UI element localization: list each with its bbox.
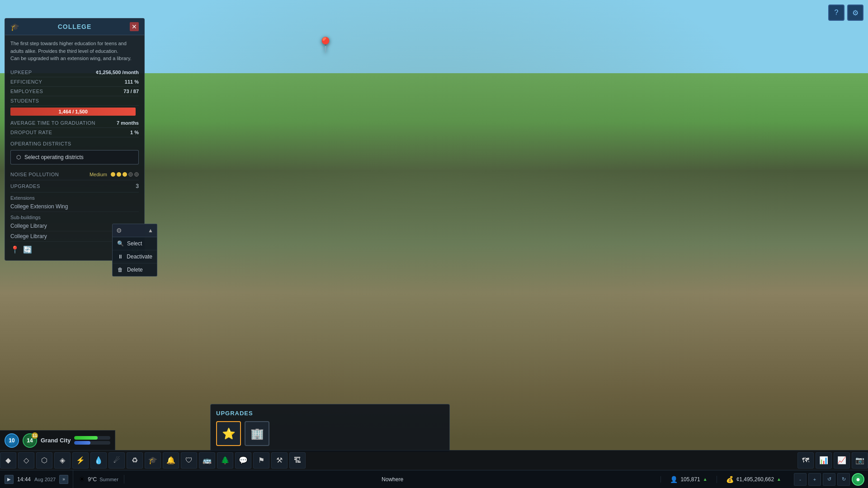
- tool-flag[interactable]: ⚑: [253, 452, 269, 469]
- weather-icon: ☀: [79, 475, 85, 483]
- employees-row: EMPLOYEES 73 / 87: [10, 87, 139, 96]
- tool-zoning-overlay[interactable]: 📈: [834, 452, 850, 469]
- context-menu-header: ⚙ ▲: [113, 224, 157, 237]
- money-trend-icon: ▲: [777, 477, 781, 482]
- badge-level2: 14 11: [23, 433, 37, 448]
- zoom-in-button[interactable]: +: [808, 473, 821, 486]
- tool-notifications[interactable]: 🔔: [163, 452, 179, 469]
- students-bar-container: 1,464 / 1,500: [10, 108, 139, 116]
- students-row: STUDENTS: [10, 96, 139, 106]
- weather-section: ☀ 9°C Summer: [73, 475, 124, 483]
- upgrades-header: UPGRADES 3: [10, 180, 139, 192]
- xp-bars: [74, 436, 110, 445]
- location-display: Nowhere: [382, 476, 403, 483]
- panel-building-icon: 🎓: [10, 23, 19, 31]
- xp-fill-green: [74, 436, 98, 440]
- graduation-time-row: AVERAGE TIME TO GRADUATION 7 months: [10, 118, 139, 128]
- tool-electricity[interactable]: ⚡: [72, 452, 89, 469]
- delete-icon: 🗑: [117, 267, 123, 273]
- description-text: The first step towards higher education …: [10, 40, 139, 62]
- xp-bar-2: [74, 441, 110, 445]
- upkeep-row: UPKEEP ¢1,256,500 /month: [10, 68, 139, 77]
- date-display: Aug 2027: [34, 477, 56, 482]
- tool-water[interactable]: 💧: [90, 452, 107, 469]
- top-right-controls: ? ⚙: [828, 5, 863, 21]
- tool-transit[interactable]: 🚌: [199, 452, 215, 469]
- tool-disaster[interactable]: ☄: [108, 452, 125, 469]
- chevron-up-icon: ▲: [148, 227, 153, 234]
- population-display: 105,871: [680, 476, 700, 483]
- context-select[interactable]: 🔍 Select: [113, 237, 157, 250]
- context-deactivate[interactable]: ⏸ Deactivate: [113, 250, 157, 263]
- time-controls-section: ▶ 14:44 Aug 2027 »: [0, 470, 73, 488]
- toolbar: ◆ ◇ ⬡ ◈ ⚡ 💧 ☄ ♻ 🎓 🔔 🛡 🚌 🌲 💬 ⚑ ⚒ 🏗 🗺 📊 📈 …: [0, 450, 868, 470]
- person-icon: 👤: [670, 476, 678, 483]
- rotate-left-button[interactable]: ↺: [823, 473, 835, 486]
- efficiency-row: EFFICIENCY 111 %: [10, 77, 139, 87]
- tool-stats[interactable]: 📊: [816, 452, 832, 469]
- noise-dot-5: [134, 172, 139, 177]
- upgrade-icon-star[interactable]: ⭐: [216, 421, 241, 446]
- upgrade-icon-building[interactable]: 🏢: [245, 421, 269, 446]
- noise-dot-3: [123, 172, 127, 177]
- money-display: ¢1,495,260,662: [736, 476, 774, 483]
- close-button[interactable]: ✕: [130, 22, 139, 31]
- tool-zones[interactable]: ◆: [0, 452, 16, 469]
- panel-header: 🎓 COLLEGE ✕: [5, 19, 144, 35]
- deactivate-icon: ⏸: [117, 253, 123, 260]
- bottom-bar: ▶ 14:44 Aug 2027 » ☀ 9°C Summer Nowhere …: [0, 470, 868, 488]
- location-section: Nowhere: [124, 476, 661, 483]
- operating-districts-header: OPERATING DISTRICTS: [10, 137, 139, 148]
- tool-garbage[interactable]: ♻: [127, 452, 143, 469]
- tool-districts[interactable]: ⬡: [36, 452, 52, 469]
- noise-dot-4: [128, 172, 133, 177]
- tool-parks[interactable]: 🌲: [217, 452, 233, 469]
- panel-title: COLLEGE: [19, 23, 130, 30]
- upgrades-panel-title: UPGRADES: [216, 410, 444, 417]
- xp-fill-blue: [74, 441, 90, 445]
- tool-education[interactable]: 🎓: [145, 452, 161, 469]
- tool-areas[interactable]: ◈: [54, 452, 71, 469]
- fast-forward-button[interactable]: »: [59, 475, 68, 484]
- time-display: 14:44: [17, 476, 31, 483]
- sub-buildings-label: Sub-buildings: [10, 212, 139, 221]
- map-pin: 📍: [316, 36, 335, 53]
- tool-camera[interactable]: 📷: [852, 452, 868, 469]
- help-button[interactable]: ?: [828, 5, 844, 21]
- xp-bar-1: [74, 436, 110, 440]
- context-menu: ⚙ ▲ 🔍 Select ⏸ Deactivate 🗑 Delete: [112, 224, 157, 277]
- play-button[interactable]: ▶: [5, 475, 14, 484]
- city-info-bar: 10 14 11 Grand City: [0, 430, 115, 450]
- tool-roads[interactable]: ◇: [18, 452, 34, 469]
- city-name: Grand City: [41, 437, 71, 444]
- temperature-display: 9°C: [88, 476, 97, 483]
- noise-dots: [111, 172, 139, 177]
- settings-button[interactable]: ⚙: [847, 5, 863, 21]
- tool-social[interactable]: 💬: [235, 452, 251, 469]
- population-trend-icon: ▲: [703, 477, 708, 482]
- tool-build[interactable]: ⚒: [271, 452, 288, 469]
- activity-indicator: ●: [852, 473, 864, 486]
- context-delete[interactable]: 🗑 Delete: [113, 263, 157, 276]
- rotate-right-button[interactable]: ↻: [837, 473, 850, 486]
- season-display: Summer: [99, 477, 118, 482]
- dropout-row: DROPOUT RATE 1 %: [10, 128, 139, 137]
- upgrades-panel: UPGRADES ⭐ 🏢: [210, 404, 450, 452]
- gear-icon: ⚙: [116, 227, 122, 234]
- college-extension-wing: College Extension Wing: [10, 202, 139, 212]
- select-districts-button[interactable]: ⬡ Select operating districts: [10, 150, 139, 164]
- tool-map[interactable]: 🗺: [797, 452, 814, 469]
- population-section: 👤 105,871 ▲: [661, 476, 717, 483]
- tool-construction[interactable]: 🏗: [289, 452, 306, 469]
- students-bar: 1,464 / 1,500: [10, 108, 136, 116]
- money-section: 💰 ¢1,495,260,662 ▲: [717, 476, 790, 483]
- badge-level1: 10: [5, 433, 19, 448]
- noise-dot-1: [111, 172, 115, 177]
- upgrade-icons-row: ⭐ 🏢: [216, 421, 444, 446]
- money-icon: 💰: [726, 476, 734, 483]
- district-icon: ⬡: [16, 154, 21, 160]
- zoom-out-button[interactable]: -: [794, 473, 807, 486]
- tool-police[interactable]: 🛡: [181, 452, 197, 469]
- search-icon: 🔍: [117, 240, 123, 247]
- noise-dot-2: [117, 172, 121, 177]
